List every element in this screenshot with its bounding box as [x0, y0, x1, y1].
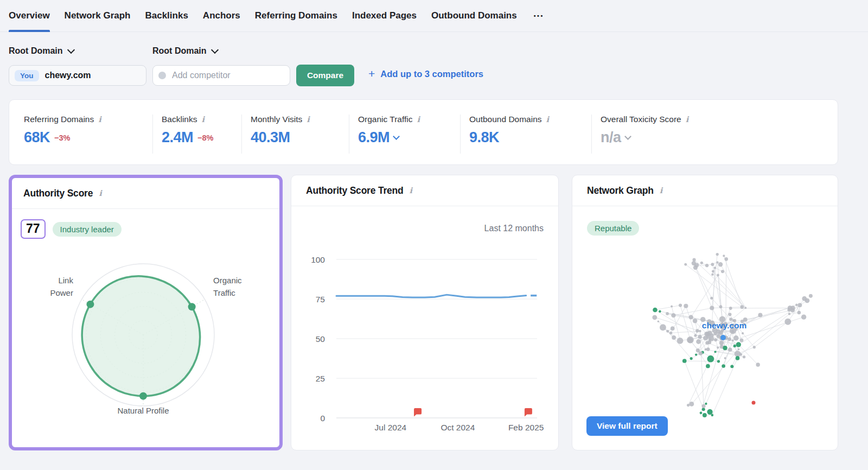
competitor-field[interactable] [152, 65, 290, 86]
tab-outbound-domains[interactable]: Outbound Domains [431, 0, 517, 32]
metric-organic-traffic: Organic Traffici 6.9M [349, 115, 461, 154]
info-icon[interactable]: i [201, 116, 205, 124]
chevron-down-icon [67, 46, 74, 54]
plus-icon: + [368, 68, 375, 79]
card-title: Authority Score Trend [306, 185, 404, 196]
competitor-scope-label: Root Domain [152, 46, 207, 56]
metric-value: 2.4M [162, 129, 193, 146]
range-label: Last 12 months [484, 224, 544, 233]
add-competitors-label: Add up to 3 competitors [380, 69, 483, 79]
metric-value: 68K [24, 129, 50, 146]
tab-overview[interactable]: Overview [9, 0, 50, 32]
add-competitors-link[interactable]: + Add up to 3 competitors [368, 69, 483, 79]
metric-value: 6.9M [358, 129, 390, 146]
competitor-input[interactable] [171, 70, 276, 81]
metric-value: n/a [601, 129, 621, 146]
svg-text:Traffic: Traffic [213, 288, 235, 297]
card-header: Authority Score Trend i [291, 175, 558, 206]
svg-text:Oct 2024: Oct 2024 [441, 423, 475, 432]
authority-score-trend-card: Authority Score Trend i Last 12 months 0… [291, 175, 559, 450]
chevron-down-icon [210, 46, 218, 54]
competitor-dot-icon [158, 72, 166, 79]
svg-text:100: 100 [311, 255, 325, 264]
tab-network-graph[interactable]: Network Graph [65, 0, 131, 32]
metric-referring-domains: Referring Domainsi 68K−3% [24, 115, 153, 154]
metric-label: Overall Toxicity Score [601, 115, 681, 124]
svg-text:Link: Link [58, 276, 73, 285]
card-title: Authority Score [23, 188, 93, 199]
svg-text:Feb 2025: Feb 2025 [508, 423, 544, 432]
card-header: Authority Score i [12, 178, 279, 209]
metric-label: Backlinks [162, 115, 197, 124]
svg-text:Jul 2024: Jul 2024 [375, 423, 407, 432]
compare-button[interactable]: Compare [296, 65, 354, 86]
metric-label: Monthly Visits [251, 115, 302, 124]
metric-value: 40.3M [251, 129, 290, 146]
metric-value: 9.8K [469, 129, 499, 146]
metric-delta: −8% [197, 134, 213, 142]
svg-text:25: 25 [316, 374, 325, 383]
industry-leader-badge: Industry leader [53, 222, 122, 237]
metric-outbound-domains: Outbound Domainsi 9.8K [461, 115, 592, 154]
svg-text:0: 0 [320, 414, 325, 423]
view-full-report-button[interactable]: View full report [586, 416, 668, 436]
tab-bar: Overview Network Graph Backlinks Anchors… [0, 0, 868, 32]
svg-text:Natural Profile: Natural Profile [117, 406, 169, 415]
score-row: 77 Industry leader [21, 219, 122, 239]
svg-text:75: 75 [316, 295, 325, 304]
info-icon[interactable]: i [307, 116, 310, 124]
info-icon[interactable]: i [546, 116, 550, 124]
backlink-analytics-page: Overview Network Graph Backlinks Anchors… [0, 0, 868, 470]
you-badge: You [15, 70, 39, 81]
metric-backlinks: Backlinksi 2.4M−8% [153, 115, 242, 154]
network-center-domain-label: chewy.com [702, 321, 746, 331]
tab-backlinks[interactable]: Backlinks [145, 0, 188, 32]
authority-score-radar-chart: LinkPowerOrganicTrafficNatural Profile [12, 209, 279, 447]
reputable-badge: Reputable [587, 221, 639, 236]
info-icon[interactable]: i [98, 116, 101, 124]
tab-anchors[interactable]: Anchors [203, 0, 240, 32]
metrics-summary-card: Referring Domainsi 68K−3% Backlinksi 2.4… [9, 99, 838, 165]
you-domain-field[interactable]: You [9, 65, 146, 86]
authority-score-card: Authority Score i 77 Industry leader Lin… [9, 175, 283, 450]
tab-referring-domains[interactable]: Referring Domains [255, 0, 337, 32]
metric-label: Outbound Domains [469, 115, 542, 124]
metric-label: Organic Traffic [358, 115, 413, 124]
competitor-scope-select[interactable]: Root Domain [152, 46, 218, 56]
metric-overall-toxicity-score: Overall Toxicity Scorei n/a [592, 115, 838, 154]
svg-text:Organic: Organic [213, 276, 242, 285]
metric-label: Referring Domains [24, 115, 94, 124]
you-scope-select[interactable]: Root Domain [9, 46, 74, 56]
authority-score-value: 77 [21, 219, 46, 239]
you-domain-input[interactable] [44, 70, 122, 81]
info-icon[interactable]: i [417, 116, 420, 124]
metric-delta: −3% [54, 134, 70, 142]
more-tabs-button[interactable]: ••• [532, 0, 546, 32]
chevron-down-icon[interactable] [624, 133, 631, 140]
metric-monthly-visits: Monthly Visitsi 40.3M [242, 115, 349, 154]
card-title: Network Graph [587, 185, 654, 196]
authority-score-trend-chart: 0255075100Jul 2024Oct 2024Feb 2025 [291, 206, 558, 450]
info-icon[interactable]: i [410, 187, 413, 195]
chevron-down-icon[interactable] [393, 133, 400, 140]
info-icon[interactable]: i [686, 116, 689, 124]
network-graph-card: Network Graph i Reputable chewy.com View… [572, 175, 838, 450]
svg-text:Power: Power [50, 288, 73, 297]
info-icon[interactable]: i [99, 189, 102, 198]
svg-text:50: 50 [316, 334, 326, 344]
card-header: Network Graph i [572, 175, 838, 206]
info-icon[interactable]: i [660, 187, 663, 195]
you-scope-label: Root Domain [9, 46, 63, 56]
tab-indexed-pages[interactable]: Indexed Pages [352, 0, 417, 32]
